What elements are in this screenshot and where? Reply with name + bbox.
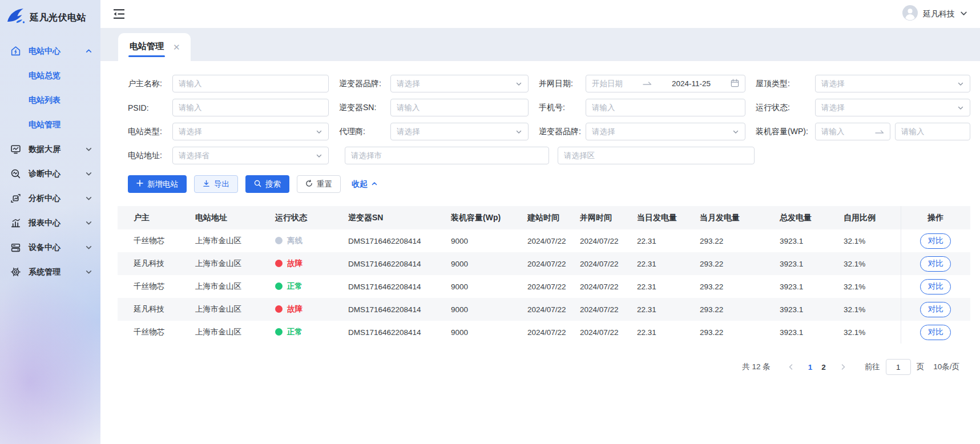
cell-month_gen: 293.22	[695, 298, 775, 321]
filter-station-address: 电站地址: 请选择省 请选择市 请选择区	[128, 147, 970, 164]
sidebar-item-analysis-center[interactable]: 分析中心	[0, 186, 100, 211]
chevron-down-icon	[316, 152, 322, 159]
filter-inverter-brand-2: 逆变器品牌: 请选择	[539, 123, 745, 140]
status-dot-icon	[275, 328, 283, 336]
cell-total_gen: 3923.1	[775, 229, 839, 252]
next-page-icon[interactable]	[836, 364, 850, 370]
sidebar-subitem-电站总览[interactable]: 电站总览	[0, 63, 100, 88]
house-bolt-icon	[10, 46, 22, 56]
filter-label: 户主名称:	[128, 79, 172, 89]
compare-button[interactable]: 对比	[920, 302, 951, 317]
filter-label: 逆变器品牌:	[339, 79, 390, 89]
inverter-sn-input[interactable]	[397, 103, 522, 112]
filter-form: 户主名称: 逆变器品牌: 请选择 并网日期: 开始日期 2024-11-25	[100, 61, 980, 164]
chevron-down-icon	[957, 104, 964, 111]
grid-date-range-picker[interactable]: 开始日期 2024-11-25	[586, 75, 745, 92]
action-cell: 对比	[901, 298, 970, 321]
reset-icon	[305, 180, 313, 189]
sidebar-item-diagnosis-center[interactable]: 诊断中心	[0, 162, 100, 186]
page-number-2[interactable]: 2	[817, 363, 830, 372]
cell-capacity: 9000	[446, 229, 523, 252]
status-badge: 故障	[287, 305, 303, 313]
inverter-brand-select-2[interactable]: 请选择	[586, 123, 745, 140]
sidebar-item-device-center[interactable]: 设备中心	[0, 235, 100, 260]
download-icon	[203, 180, 210, 189]
station-type-select[interactable]: 请选择	[172, 123, 329, 140]
cell-owner: 千丝物芯	[118, 229, 191, 252]
owner-name-input[interactable]	[179, 79, 322, 88]
column-header: 操作	[901, 206, 970, 229]
status-cell: 故障	[271, 298, 344, 321]
action-bar: 新增电站 导出 搜索 重置 收起	[100, 164, 980, 193]
page-numbers: 12	[804, 363, 830, 372]
action-cell: 对比	[901, 229, 970, 252]
compare-button[interactable]: 对比	[920, 256, 951, 272]
sidebar-item-data-screen[interactable]: 数据大屏	[0, 137, 100, 162]
chevron-down-icon	[85, 219, 92, 227]
agent-select[interactable]: 请选择	[390, 123, 529, 140]
cell-grid_date: 2024/07/22	[575, 229, 632, 252]
prev-page-icon[interactable]	[784, 364, 798, 370]
column-header: 总发电量	[775, 206, 839, 229]
cell-address: 上海市金山区	[191, 298, 271, 321]
compare-button[interactable]: 对比	[920, 325, 951, 340]
tab-station-management[interactable]: 电站管理 ✕	[118, 33, 191, 61]
district-select[interactable]: 请选择区	[558, 147, 755, 164]
goto-page-input[interactable]	[886, 359, 911, 375]
sidebar-subitem-电站列表[interactable]: 电站列表	[0, 88, 100, 112]
phone-input[interactable]	[592, 103, 739, 112]
cell-build_date: 2024/07/22	[523, 229, 575, 252]
collapse-filters-link[interactable]: 收起	[352, 179, 378, 189]
cell-grid_date: 2024/07/22	[575, 275, 632, 298]
status-badge: 离线	[287, 236, 303, 245]
roof-type-select[interactable]: 请选择	[815, 75, 970, 92]
cell-grid_date: 2024/07/22	[575, 252, 632, 275]
sidebar-item-station-center[interactable]: 电站中心	[0, 39, 100, 63]
status-dot-icon	[275, 282, 283, 290]
cell-day_gen: 22.31	[632, 275, 695, 298]
menu-fold-icon[interactable]	[113, 9, 125, 19]
capacity-max-input[interactable]	[901, 127, 964, 136]
cell-self_ratio: 32.1%	[839, 275, 901, 298]
city-select[interactable]: 请选择市	[345, 147, 549, 164]
cell-self_ratio: 32.1%	[839, 298, 901, 321]
run-status-select[interactable]: 请选择	[815, 99, 970, 116]
swap-right-icon	[643, 79, 652, 88]
calendar-icon	[731, 79, 739, 89]
compare-button[interactable]: 对比	[920, 233, 951, 249]
grid-date-end-value: 2024-11-25	[672, 79, 711, 88]
cell-sn: DMS1716462208414	[344, 229, 446, 252]
diagnose-icon	[10, 168, 22, 179]
compare-button[interactable]: 对比	[920, 279, 951, 294]
table-row: 延凡科技上海市金山区故障DMS171646220841490002024/07/…	[118, 298, 970, 321]
cell-owner: 千丝物芯	[118, 321, 191, 344]
cell-self_ratio: 32.1%	[839, 252, 901, 275]
inverter-brand-select[interactable]: 请选择	[390, 75, 529, 92]
sidebar-subitem-电站管理[interactable]: 电站管理	[0, 112, 100, 137]
tab-close-icon[interactable]: ✕	[173, 43, 180, 51]
sidebar-item-label: 设备中心	[29, 243, 61, 253]
sidebar-item-report-center[interactable]: 报表中心	[0, 211, 100, 235]
page-size-select[interactable]: 10条/页	[933, 362, 970, 372]
filter-inverter-sn: 逆变器SN:	[339, 99, 529, 116]
search-button[interactable]: 搜索	[245, 175, 289, 193]
status-cell: 正常	[271, 275, 344, 298]
add-station-button[interactable]: 新增电站	[128, 175, 187, 193]
action-cell: 对比	[901, 321, 970, 344]
reset-button[interactable]: 重置	[297, 175, 341, 193]
export-button[interactable]: 导出	[194, 175, 238, 193]
cell-capacity: 9000	[446, 275, 523, 298]
filter-label: 逆变器SN:	[339, 103, 390, 113]
capacity-min-input[interactable]	[821, 127, 875, 136]
filter-label: 装机容量(WP):	[756, 127, 815, 137]
table-row: 延凡科技上海市金山区故障DMS171646220841490002024/07/…	[118, 252, 970, 275]
province-select[interactable]: 请选择省	[172, 147, 329, 164]
user-menu[interactable]: 延凡科技	[902, 5, 967, 23]
gear-icon	[10, 267, 22, 277]
cell-total_gen: 3923.1	[775, 275, 839, 298]
sidebar-item-system-management[interactable]: 系统管理	[0, 260, 100, 284]
column-header: 逆变器SN	[344, 206, 446, 229]
page-number-1[interactable]: 1	[804, 363, 817, 372]
psid-input[interactable]	[179, 103, 322, 112]
cell-owner: 延凡科技	[118, 252, 191, 275]
